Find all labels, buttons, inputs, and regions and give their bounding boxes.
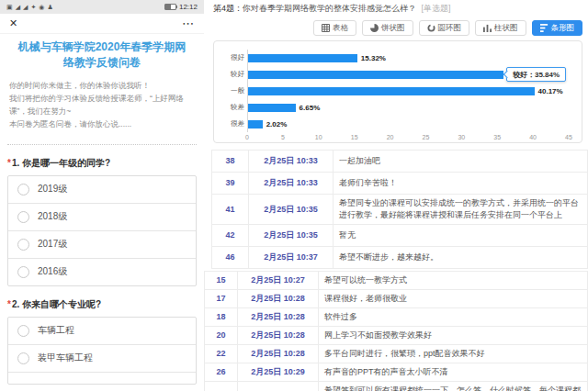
option-row[interactable]: 2017级 <box>8 230 196 258</box>
row-date-cell: 2月25日 10:35 <box>248 225 333 246</box>
row-comment-cell: 一起加油吧 <box>333 151 588 172</box>
view-button-table[interactable]: 表格 <box>313 20 356 36</box>
status-bar: ▣◢◢✦◉♟ 12:12 <box>0 0 204 14</box>
question-title: *1. 你是哪一年级的同学? <box>0 145 204 175</box>
row-comment-cell: 多平台同时进行，很繁琐，ppt配音效果不好 <box>318 345 588 363</box>
radio-icon <box>17 239 29 251</box>
axis-tick-label: 10 <box>315 134 322 140</box>
question-title-text: 2. 你来自哪个专业呢? <box>12 299 101 309</box>
chart-category-label: 一般 <box>218 86 244 95</box>
option-group: 车辆工程装甲车辆工程 <box>7 317 197 385</box>
question-header: 第4题：你对春季学期网络教学的整体安排感觉怎么样？ [单选题] <box>213 3 588 15</box>
view-button-pie[interactable]: 饼状图 <box>362 20 413 36</box>
table-row: 382月25日 10:33一起加油吧 <box>211 150 588 173</box>
row-date-cell: 2月25日 10:37 <box>248 247 333 268</box>
option-label: 2016级 <box>38 265 67 278</box>
option-row[interactable]: 装甲车辆工程 <box>8 344 196 372</box>
chart-category-label: 较好 <box>218 70 244 79</box>
survey-title: 机械与车辆学院2020年春季学期网络教学反馈问卷 <box>0 34 204 73</box>
row-comment-cell: 网上学习不如面授教学效果好 <box>318 327 588 344</box>
status-bar-icons: ▣◢◢✦◉♟ <box>6 4 53 10</box>
row-comment-cell: 课程很好，老师很敬业 <box>318 290 588 307</box>
row-number-cell: 41 <box>211 195 248 224</box>
more-menu-icon[interactable]: ⋯ <box>182 17 195 30</box>
question-title: *2. 你来自哪个专业呢? <box>0 286 204 317</box>
screenshot-icon: ▣ <box>6 4 13 10</box>
radio-icon <box>17 266 29 278</box>
row-comment-cell: 软件过多 <box>318 308 588 326</box>
wifi-icon: ✦ <box>30 4 36 10</box>
view-button-label: 条形图 <box>551 23 575 34</box>
axis-tick-label: 15 <box>351 134 358 140</box>
option-row[interactable]: 2018级 <box>8 203 196 230</box>
option-group: 2019级2018级2017级2016级 <box>7 175 197 286</box>
chart-value-label: 6.65% <box>300 104 321 112</box>
row-date-cell: 2月25日 10:29 <box>237 363 318 381</box>
row-comment-cell: 希望可以统一教学方式 <box>318 272 588 289</box>
chart-bar[interactable] <box>248 54 357 62</box>
row-number-cell: 38 <box>211 151 248 172</box>
comments-table-1: 382月25日 10:33一起加油吧392月25日 10:33老师们辛苦啦！41… <box>211 150 588 269</box>
radio-icon <box>17 352 29 364</box>
comment-tables: 382月25日 10:33一起加油吧392月25日 10:33老师们辛苦啦！41… <box>204 150 588 391</box>
chart-bar[interactable] <box>248 120 263 128</box>
app-screen: ▣◢◢✦◉♟ 12:12 ✕ ⋯ 机械与车辆学院2020年春季学期网络教学反馈问… <box>0 0 588 391</box>
option-label: 2017级 <box>38 238 67 251</box>
chart-category-label: 很差 <box>218 119 244 128</box>
chart-plot-area: 很好15.32%较好较好：35.84%一般40.17%较差6.65%很差2.02… <box>247 50 569 132</box>
chart-bar[interactable] <box>248 71 503 79</box>
table-row: 272月25日 10:29希望签到可以所有课程都统一一下，怎么签，什么时候签，每… <box>204 382 588 391</box>
close-icon[interactable]: ✕ <box>9 17 17 29</box>
chart-bar[interactable] <box>248 104 296 112</box>
row-comment-cell: 希望同专业的课程可以安排成统一的教学方式，并采用统一的平台进行教学，最好能将课程… <box>333 195 588 224</box>
status-bar-right: 12:12 <box>164 3 198 11</box>
hbar-icon <box>540 24 548 32</box>
bar-chart-card: 很好15.32%较好较好：35.84%一般40.17%较差6.65%很差2.02… <box>213 40 582 143</box>
axis-tick-label: 0 <box>245 134 249 140</box>
row-date-cell: 2月25日 10:35 <box>248 195 333 224</box>
chart-bar[interactable] <box>248 87 535 95</box>
chart-category-label: 较差 <box>218 103 244 112</box>
axis-tick-label: 35 <box>493 134 501 140</box>
option-row[interactable]: 2019级 <box>8 176 196 203</box>
option-row[interactable]: 2016级 <box>8 258 196 285</box>
chart-bar-row: 一般40.17% <box>248 83 569 99</box>
results-panel: 第4题：你对春季学期网络教学的整体安排感觉怎么样？ [单选题] 表格饼状图圆环图… <box>204 0 588 391</box>
row-number-cell: 27 <box>204 382 237 391</box>
chart-type-toolbar: 表格饼状图圆环图柱状图条形图 <box>204 20 582 36</box>
chart-bar-row: 较差6.65% <box>248 99 569 116</box>
battery-icon <box>164 4 176 10</box>
signal2-icon: ◢ <box>23 4 28 10</box>
option-label: 2018级 <box>38 210 67 223</box>
row-date-cell: 2月25日 10:28 <box>237 345 318 363</box>
row-date-cell: 2月25日 10:28 <box>237 308 318 326</box>
radio-icon <box>17 325 29 337</box>
chart-value-label: 40.17% <box>538 87 563 95</box>
question-title-text: 1. 你是哪一年级的同学? <box>12 158 110 168</box>
required-asterisk: * <box>7 158 11 168</box>
question-text: 你对春季学期网络教学的整体安排感觉怎么样？ <box>243 4 416 13</box>
view-button-donut[interactable]: 圆环图 <box>419 20 470 36</box>
row-number-cell: 20 <box>204 327 237 344</box>
comments-table-2: 152月25日 10:27希望可以统一教学方式172月25日 10:28课程很好… <box>204 271 588 391</box>
row-number-cell: 46 <box>211 247 248 268</box>
view-button-hbar[interactable]: 条形图 <box>532 20 583 36</box>
view-button-label: 表格 <box>333 23 348 34</box>
row-date-cell: 2月25日 10:33 <box>248 151 333 172</box>
question-type-tag: [单选题] <box>422 4 451 13</box>
option-row[interactable]: 车辆工程 <box>8 318 196 344</box>
table-row: 152月25日 10:27希望可以统一教学方式 <box>204 271 588 290</box>
pie-icon <box>370 24 379 32</box>
row-comment-cell: 有声音的PPT有的声音太小听不清 <box>318 363 588 381</box>
row-number-cell: 15 <box>204 272 237 289</box>
phone-preview-panel: ▣◢◢✦◉♟ 12:12 ✕ ⋯ 机械与车辆学院2020年春季学期网络教学反馈问… <box>0 0 205 391</box>
chart-x-axis: 051015202530354045 <box>247 132 569 143</box>
axis-tick-label: 30 <box>458 134 465 140</box>
table-row: 422月25日 10:35暂无 <box>211 225 588 247</box>
view-button-column[interactable]: 柱状图 <box>475 20 526 36</box>
intro-line: 我们将把你的学习体验反馈给授课老师，“上好网络课”，我们在努力~ <box>9 92 195 117</box>
row-date-cell: 2月25日 10:28 <box>237 327 318 344</box>
axis-tick-label: 40 <box>529 134 537 140</box>
contact-icon: ♟ <box>47 4 52 10</box>
chart-bar-row: 很差2.02% <box>248 116 569 132</box>
